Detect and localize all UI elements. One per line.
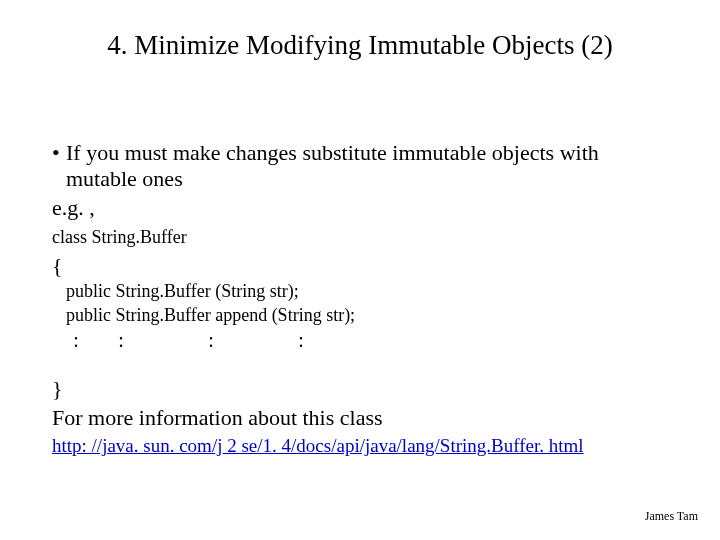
reference-link[interactable]: http: //java. sun. com/j 2 se/1. 4/docs/…: [52, 435, 584, 458]
more-info-text: For more information about this class: [52, 405, 660, 431]
code-body: public String.Buffer (String str); publi…: [66, 281, 660, 326]
code-brace-close: }: [52, 376, 660, 402]
code-ellipsis-row: : : : :: [66, 328, 660, 352]
code-line: public String.Buffer append (String str)…: [66, 305, 660, 327]
slide-title: 4. Minimize Modifying Immutable Objects …: [0, 30, 720, 61]
colon-icon: :: [271, 328, 331, 352]
colon-icon: :: [91, 328, 151, 352]
bullet-text: If you must make changes substitute immu…: [66, 140, 660, 193]
example-label: e.g. ,: [52, 195, 660, 221]
author-name: James Tam: [645, 509, 698, 524]
bullet-item: • If you must make changes substitute im…: [52, 140, 660, 193]
code-line: public String.Buffer (String str);: [66, 281, 660, 303]
bullet-icon: •: [52, 140, 66, 166]
colon-icon: :: [66, 328, 86, 352]
code-class-decl: class String.Buffer: [52, 227, 660, 249]
slide: 4. Minimize Modifying Immutable Objects …: [0, 0, 720, 540]
code-brace-open: {: [52, 253, 660, 279]
colon-icon: :: [156, 328, 266, 352]
code-block: class String.Buffer { public String.Buff…: [52, 227, 660, 403]
slide-body: • If you must make changes substitute im…: [52, 140, 660, 459]
